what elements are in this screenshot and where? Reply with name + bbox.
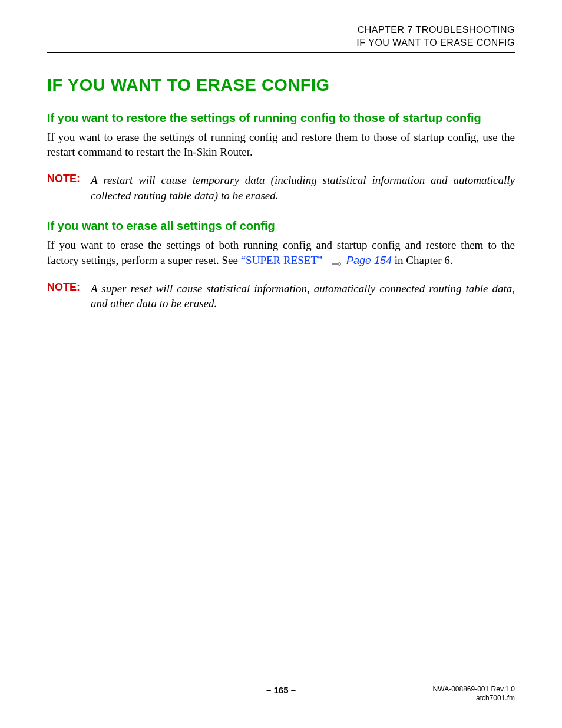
- body-restore: If you want to erase the settings of run…: [47, 130, 515, 160]
- header-rule: [47, 52, 515, 53]
- footer-doc-id: NWA-008869-001 Rev.1.0: [397, 685, 515, 694]
- header-chapter: CHAPTER 7 TROUBLESHOOTING: [47, 24, 515, 37]
- link-page-154[interactable]: Page 154: [346, 255, 392, 266]
- body-post-text: in Chapter 6.: [392, 254, 452, 266]
- footer-file: atch7001.fm: [397, 694, 515, 703]
- body-erase-all: If you want to erase the settings of bot…: [47, 238, 515, 268]
- svg-point-1: [338, 262, 340, 265]
- footer-doc-info: NWA-008869-001 Rev.1.0 atch7001.fm: [397, 685, 515, 703]
- running-header: CHAPTER 7 TROUBLESHOOTING IF YOU WANT TO…: [47, 24, 515, 50]
- note-label: NOTE:: [47, 281, 91, 294]
- svg-rect-0: [328, 262, 332, 266]
- subheading-restore: If you want to restore the settings of r…: [47, 111, 515, 125]
- note-block-restore: NOTE: A restart will cause temporary dat…: [47, 173, 515, 203]
- subheading-erase-all: If you want to erase all settings of con…: [47, 219, 515, 233]
- header-section: IF YOU WANT TO ERASE CONFIG: [47, 37, 515, 50]
- finger-point-icon: [328, 257, 342, 265]
- page-footer: – 165 – NWA-008869-001 Rev.1.0 atch7001.…: [47, 681, 515, 703]
- link-super-reset[interactable]: “SUPER RESET”: [241, 254, 323, 266]
- footer-rule: [47, 681, 515, 681]
- note-text-erase-all: A super reset will cause statistical inf…: [91, 281, 515, 311]
- note-text-restore: A restart will cause temporary data (inc…: [91, 173, 515, 203]
- page-title: IF YOU WANT TO ERASE CONFIG: [47, 75, 515, 95]
- note-block-erase-all: NOTE: A super reset will cause statistic…: [47, 281, 515, 311]
- page-number: – 165 –: [165, 685, 397, 695]
- note-label: NOTE:: [47, 173, 91, 185]
